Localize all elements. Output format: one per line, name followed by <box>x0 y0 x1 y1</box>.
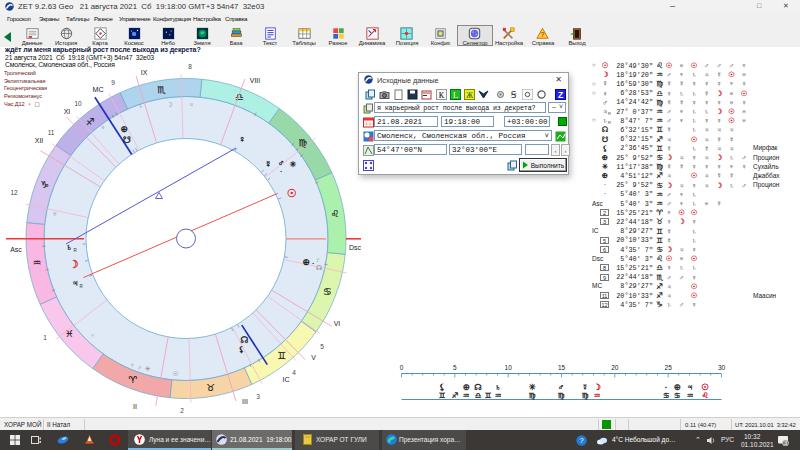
svg-text:♏︎: ♏︎ <box>157 84 166 95</box>
svg-text:?: ? <box>541 31 545 38</box>
svg-text:L: L <box>453 90 458 99</box>
svg-text:♃︎: ♃︎ <box>188 101 193 108</box>
svg-text:11: 11 <box>48 129 55 136</box>
svg-text:♒︎: ♒︎ <box>33 257 42 268</box>
svg-text:✳︎: ✳︎ <box>145 365 151 372</box>
svg-text:☊︎: ☊︎ <box>316 264 322 271</box>
svg-text:♒︎: ♒︎ <box>495 391 502 400</box>
svg-text:⚸︎: ⚸︎ <box>239 345 245 354</box>
svg-text:20: 20 <box>611 364 619 371</box>
svg-text:Dsc: Dsc <box>349 244 362 251</box>
svg-text:♍︎: ♍︎ <box>582 391 589 400</box>
svg-text:☉︎: ☉︎ <box>172 370 178 377</box>
svg-text:☽︎: ☽︎ <box>166 101 172 108</box>
svg-text:Z: Z <box>558 89 563 99</box>
svg-text:♒︎: ♒︎ <box>687 391 694 400</box>
svg-text:♅︎: ♅︎ <box>52 210 57 217</box>
svg-text:♌︎: ♌︎ <box>331 208 340 219</box>
svg-text:⊕︎: ⊕︎ <box>302 257 310 267</box>
svg-text:4: 4 <box>292 369 296 376</box>
svg-text:3: 3 <box>784 440 787 446</box>
svg-text:♎︎: ♎︎ <box>475 391 482 400</box>
svg-text:♋︎: ♋︎ <box>674 391 681 400</box>
svg-text:♋︎: ♋︎ <box>323 286 332 297</box>
svg-text:9: 9 <box>111 79 115 86</box>
svg-text:♀︎: ♀︎ <box>239 134 246 144</box>
svg-text:Asc: Asc <box>10 246 22 253</box>
svg-text:VIII: VIII <box>250 77 261 84</box>
svg-text:⊕︎: ⊕︎ <box>120 124 128 134</box>
svg-text:30: 30 <box>718 364 726 371</box>
svg-text:♆︎: ♆︎ <box>100 124 105 131</box>
svg-text:☽︎: ☽︎ <box>69 258 79 270</box>
svg-text:♂︎: ♂︎ <box>137 364 142 371</box>
svg-text:♄︎: ♄︎ <box>66 242 73 252</box>
svg-text:25: 25 <box>665 364 673 371</box>
svg-text:♓︎: ♓︎ <box>65 328 74 339</box>
svg-text:♍︎: ♍︎ <box>558 391 565 400</box>
svg-text:10: 10 <box>74 100 82 107</box>
svg-text:V: V <box>311 354 316 361</box>
svg-text:♉︎: ♉︎ <box>206 382 215 393</box>
svg-text:♑︎: ♑︎ <box>40 179 49 190</box>
svg-text:8: 8 <box>188 63 192 70</box>
svg-text:·: · <box>280 167 283 176</box>
svg-text:☉︎: ☉︎ <box>287 187 297 199</box>
svg-text:☋︎: ☋︎ <box>123 135 131 145</box>
svg-text:5: 5 <box>453 364 457 371</box>
svg-text:♊︎: ♊︎ <box>277 350 286 361</box>
svg-text:♄︎: ♄︎ <box>138 102 143 109</box>
svg-text:XI: XI <box>64 108 71 115</box>
svg-text:XII: XII <box>35 137 44 144</box>
svg-text:♒︎: ♒︎ <box>594 391 601 400</box>
svg-text:15: 15 <box>558 364 566 371</box>
svg-text:♇︎: ♇︎ <box>315 256 320 263</box>
svg-text:♒︎: ♒︎ <box>463 391 470 400</box>
svg-text:2: 2 <box>180 407 184 414</box>
svg-text:12: 12 <box>10 189 18 196</box>
svg-text:☿︎: ☿︎ <box>129 362 134 369</box>
svg-text:♍︎: ♍︎ <box>529 391 536 400</box>
svg-text:Ж: Ж <box>466 90 473 99</box>
svg-text:♋︎: ♋︎ <box>663 391 670 400</box>
svg-text:♐︎: ♐︎ <box>452 391 459 400</box>
svg-text:☊︎: ☊︎ <box>241 335 249 345</box>
svg-text:♌︎: ♌︎ <box>702 391 709 400</box>
svg-text:5: 5 <box>320 343 324 350</box>
svg-text:10: 10 <box>505 364 513 371</box>
svg-text:☿︎: ☿︎ <box>265 159 272 169</box>
svg-text:♊︎: ♊︎ <box>439 391 446 400</box>
svg-text:III: III <box>242 398 248 405</box>
svg-text:1: 1 <box>43 334 47 341</box>
svg-text:✳︎: ✳︎ <box>290 160 297 169</box>
svg-text:♀︎: ♀︎ <box>90 332 95 339</box>
svg-text:♊︎: ♊︎ <box>485 391 492 400</box>
svg-text:♐︎: ♐︎ <box>86 116 95 127</box>
svg-text:♈︎: ♈︎ <box>128 374 137 385</box>
svg-text:♍︎: ♍︎ <box>299 137 308 148</box>
svg-text:MC: MC <box>92 85 103 94</box>
svg-text:IX: IX <box>141 69 148 76</box>
svg-text:IC: IC <box>282 375 289 384</box>
svg-text:Ꞩ: Ꞩ <box>511 90 517 100</box>
svg-text:♃︎: ♃︎ <box>72 278 79 288</box>
svg-text:3: 3 <box>256 393 260 400</box>
svg-text:К: К <box>439 90 445 99</box>
svg-text:0: 0 <box>400 364 404 371</box>
svg-text:·: · <box>312 259 315 268</box>
svg-text:♂︎: ♂︎ <box>278 158 285 168</box>
svg-text:VI: VI <box>334 320 341 327</box>
svg-text:II: II <box>133 403 137 410</box>
svg-text:?: ? <box>579 436 583 445</box>
